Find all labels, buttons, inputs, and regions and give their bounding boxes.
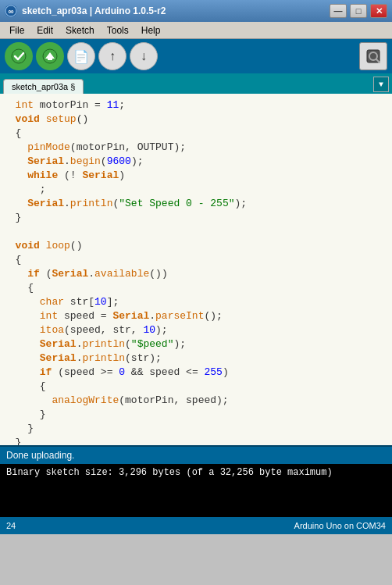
line-number: 24 [6, 521, 16, 530]
code-line-18: Serial.println("$peed"); [0, 337, 392, 351]
svg-point-2 [12, 49, 26, 63]
code-line-17: itoa(speed, str, 10); [0, 323, 392, 337]
close-button[interactable]: ✕ [370, 4, 387, 18]
menu-edit[interactable]: Edit [30, 23, 59, 37]
code-line-21: { [0, 380, 392, 394]
code-line-1: int motorPin = 11; [0, 98, 392, 112]
code-line-22: analogWrite(motorPin, speed); [0, 394, 392, 408]
console-status-bar: Done uploading. [0, 445, 392, 464]
code-line-20: if (speed >= 0 && speed <= 255) [0, 366, 392, 380]
upload-status-text: Done uploading. [6, 450, 74, 461]
console-output[interactable]: Binary sketch size: 3,296 bytes (of a 32… [0, 464, 392, 517]
code-line-12: { [0, 253, 392, 267]
title-bar: ∞ sketch_apr03a | Arduino 1.0.5-r2 — □ ✕ [0, 0, 392, 22]
code-line-13: if (Serial.available()) [0, 267, 392, 281]
code-line-4: pinMode(motorPin, OUTPUT); [0, 141, 392, 155]
save-button[interactable]: ↓ [130, 42, 158, 70]
svg-rect-5 [48, 59, 52, 60]
code-line-3: { [0, 127, 392, 141]
status-bar: 24 Arduino Uno on COM34 [0, 517, 392, 534]
editor-tab[interactable]: sketch_apr03a § [3, 79, 84, 94]
svg-text:∞: ∞ [8, 7, 13, 16]
app-icon: ∞ [5, 5, 17, 17]
menu-sketch[interactable]: Sketch [59, 23, 101, 37]
board-info: Arduino Uno on COM34 [294, 521, 386, 530]
maximize-button[interactable]: □ [350, 4, 367, 18]
code-line-2: void setup() [0, 112, 392, 127]
toolbar: 📄 ↑ ↓ [0, 39, 392, 73]
serial-monitor-button[interactable] [359, 42, 387, 70]
code-line-16: int speed = Serial.parseInt(); [0, 309, 392, 323]
code-line-7: ; [0, 183, 392, 197]
code-line-25: } [0, 436, 392, 445]
editor-area[interactable]: int motorPin = 11; void setup() { pinMod… [0, 94, 392, 445]
code-line-8: Serial.println("Set Speed 0 - 255"); [0, 197, 392, 211]
tab-bar: sketch_apr03a § ▼ [0, 73, 392, 94]
console-line-1: Binary sketch size: 3,296 bytes (of a 32… [6, 467, 386, 478]
code-line-24: } [0, 422, 392, 436]
code-line-15: char str[10]; [0, 295, 392, 309]
menu-file[interactable]: File [3, 23, 30, 37]
code-line-19: Serial.println(str); [0, 351, 392, 366]
menu-help[interactable]: Help [135, 23, 167, 37]
upload-button[interactable] [36, 42, 64, 70]
open-button[interactable]: ↑ [98, 42, 127, 70]
code-line-10 [0, 225, 392, 239]
code-line-11: void loop() [0, 239, 392, 253]
new-button[interactable]: 📄 [67, 42, 95, 70]
code-line-6: while (! Serial) [0, 169, 392, 183]
code-line-23: } [0, 408, 392, 422]
tab-dropdown-button[interactable]: ▼ [373, 77, 389, 92]
menu-bar: File Edit Sketch Tools Help [0, 22, 392, 39]
menu-tools[interactable]: Tools [101, 23, 135, 37]
window-title: sketch_apr03a | Arduino 1.0.5-r2 [22, 5, 330, 16]
code-line-14: { [0, 281, 392, 295]
code-line-9: } [0, 211, 392, 225]
window-controls: — □ ✕ [330, 4, 387, 18]
verify-button[interactable] [5, 42, 33, 70]
minimize-button[interactable]: — [330, 4, 347, 18]
code-line-5: Serial.begin(9600); [0, 155, 392, 169]
